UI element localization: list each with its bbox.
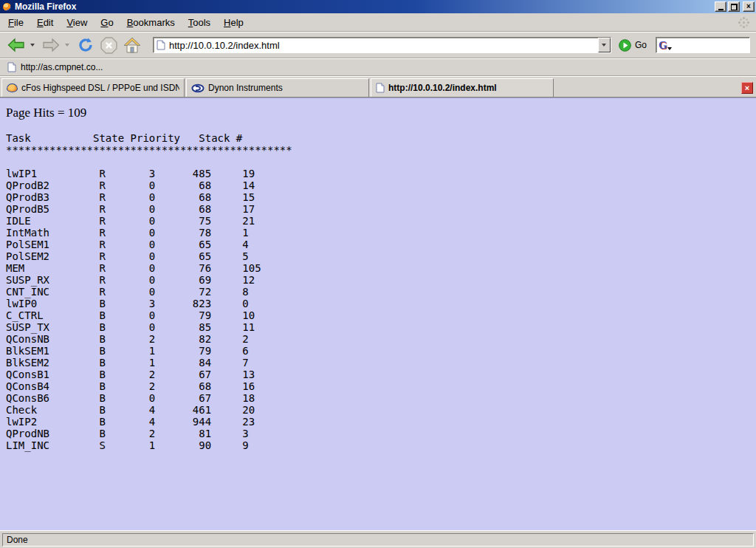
cell-task: SUSP_TX: [6, 321, 49, 333]
menu-bookmarks[interactable]: Bookmarks: [120, 15, 182, 30]
cell-task: QProdB2: [6, 179, 49, 191]
cell-priority: 0: [149, 392, 155, 404]
cell-stack: 65: [168, 239, 211, 250]
cell-task: QConsB1: [6, 369, 49, 380]
bookmark-item[interactable]: http://as.cmpnet.co...: [7, 62, 103, 72]
table-row: LIM_INCS1909: [6, 439, 756, 451]
cell-task: QProdNB: [6, 428, 49, 439]
cell-state: R: [99, 262, 105, 274]
cell-task: PolSEM1: [6, 239, 49, 250]
cell-stack: 75: [168, 215, 211, 227]
cell-state: B: [99, 357, 105, 369]
cell-stack: 485: [168, 168, 211, 179]
cell-number: 18: [242, 392, 255, 404]
back-dropdown-caret[interactable]: [30, 44, 35, 47]
cell-state: B: [99, 404, 105, 416]
cell-state: B: [99, 428, 105, 439]
table-row: QProdNBB2813: [6, 428, 756, 439]
table-row: QProdB5R06817: [6, 203, 756, 215]
table-row: QConsB6B06718: [6, 392, 756, 404]
page-icon: [7, 62, 16, 72]
url-input[interactable]: [169, 38, 598, 52]
close-tab-button[interactable]: ×: [741, 82, 753, 94]
bookmark-label: http://as.cmpnet.co...: [21, 62, 103, 72]
cell-task: Check: [6, 404, 37, 416]
minimize-button[interactable]: [715, 1, 726, 12]
menu-help[interactable]: Help: [217, 15, 250, 30]
status-text: Done: [7, 535, 28, 545]
status-panel: Done: [2, 533, 754, 547]
cell-state: B: [99, 380, 105, 392]
cell-stack: 79: [168, 345, 211, 357]
tab-bar: cFos Highspeed DSL / PPPoE und ISDN CAP.…: [0, 76, 756, 97]
dynon-icon: [191, 83, 205, 93]
stop-button[interactable]: [99, 35, 119, 55]
cell-state: R: [99, 227, 105, 239]
cell-number: 3: [242, 428, 248, 439]
window-controls: ×: [715, 1, 755, 12]
cell-task: QConsB6: [6, 392, 49, 404]
cell-task: BlkSEM2: [6, 357, 49, 369]
header-priority: Priority: [131, 132, 180, 144]
table-row: lwIP0B38230: [6, 298, 756, 309]
forward-dropdown-caret[interactable]: [65, 44, 69, 47]
search-box[interactable]: G: [656, 37, 750, 53]
menu-edit[interactable]: Edit: [30, 15, 60, 30]
close-button[interactable]: ×: [743, 1, 755, 12]
cell-stack: 84: [168, 357, 211, 369]
cell-stack: 823: [168, 298, 211, 309]
menu-tools[interactable]: Tools: [182, 15, 217, 30]
cell-priority: 3: [149, 298, 155, 309]
cell-state: B: [99, 321, 105, 333]
cell-task: IntMath: [6, 227, 49, 239]
cell-priority: 2: [149, 428, 155, 439]
cell-state: B: [99, 392, 105, 404]
cell-number: 14: [242, 179, 255, 191]
menu-go[interactable]: Go: [94, 15, 120, 30]
page-icon: [376, 83, 385, 93]
cell-state: R: [99, 286, 105, 298]
window-title: Mozilla Firefox: [15, 0, 715, 13]
cell-task: IDLE: [6, 215, 31, 227]
title-bar[interactable]: Mozilla Firefox ×: [0, 0, 756, 13]
tab-dynon[interactable]: Dynon Instruments: [186, 78, 369, 97]
cell-priority: 2: [149, 380, 155, 392]
back-button[interactable]: [6, 36, 27, 54]
menu-file[interactable]: File: [1, 15, 30, 30]
cell-stack: 72: [168, 286, 211, 298]
cell-stack: 68: [168, 380, 211, 392]
tab-active-index-page[interactable]: http://10.0.10.2/index.html: [371, 78, 554, 97]
back-arrow-icon: [7, 38, 25, 52]
google-logo-icon[interactable]: G: [659, 40, 672, 51]
firefox-logo-icon: [2, 2, 12, 12]
minimize-icon: [718, 9, 724, 10]
reload-button[interactable]: [75, 35, 96, 55]
restore-button[interactable]: [728, 1, 740, 12]
cell-priority: 2: [149, 333, 155, 345]
table-row: IntMathR0781: [6, 227, 756, 239]
restore-icon: [731, 4, 738, 10]
cell-number: 11: [242, 321, 255, 333]
task-table-body: lwIP1R348519QProdB2R06814QProdB3R06815QP…: [6, 168, 756, 451]
url-bar[interactable]: [153, 37, 611, 53]
cell-state: S: [99, 439, 105, 451]
tab-cfos[interactable]: cFos Highspeed DSL / PPPoE und ISDN CAP.…: [1, 78, 185, 97]
cell-priority: 0: [149, 309, 155, 321]
cell-state: R: [99, 215, 105, 227]
search-input[interactable]: [672, 40, 747, 50]
page-hits-text: Page Hits = 109: [6, 106, 756, 120]
cell-number: 5: [242, 250, 248, 262]
table-row: lwIP1R348519: [6, 168, 756, 179]
forward-button[interactable]: [41, 36, 61, 54]
go-button[interactable]: Go: [619, 39, 647, 52]
table-header-row: Task State Priority Stack #: [6, 132, 756, 144]
cell-stack: 67: [168, 392, 211, 404]
browser-window: Mozilla Firefox × File Edit View Go Book…: [0, 0, 756, 548]
cell-state: R: [99, 274, 105, 286]
cell-state: B: [99, 416, 105, 428]
cell-priority: 4: [149, 416, 155, 428]
menu-view[interactable]: View: [60, 15, 94, 30]
cell-state: R: [99, 239, 105, 250]
url-dropdown-button[interactable]: [598, 38, 611, 52]
home-button[interactable]: [122, 35, 142, 55]
